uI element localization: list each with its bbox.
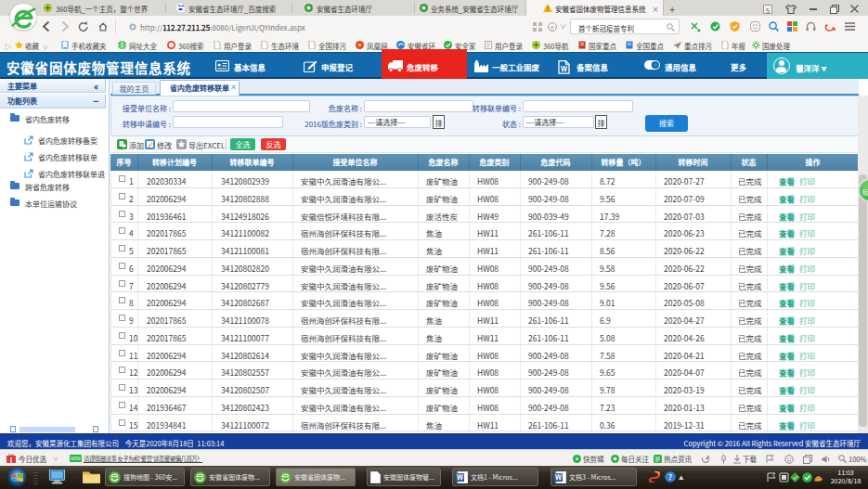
svg-text:W: W <box>554 471 563 482</box>
svg-text:?: ? <box>668 471 672 482</box>
svg-text:W: W <box>456 471 464 482</box>
svg-text:!: ! <box>547 4 549 12</box>
svg-text:W: W <box>560 63 568 73</box>
svg-text:e: e <box>551 22 554 32</box>
